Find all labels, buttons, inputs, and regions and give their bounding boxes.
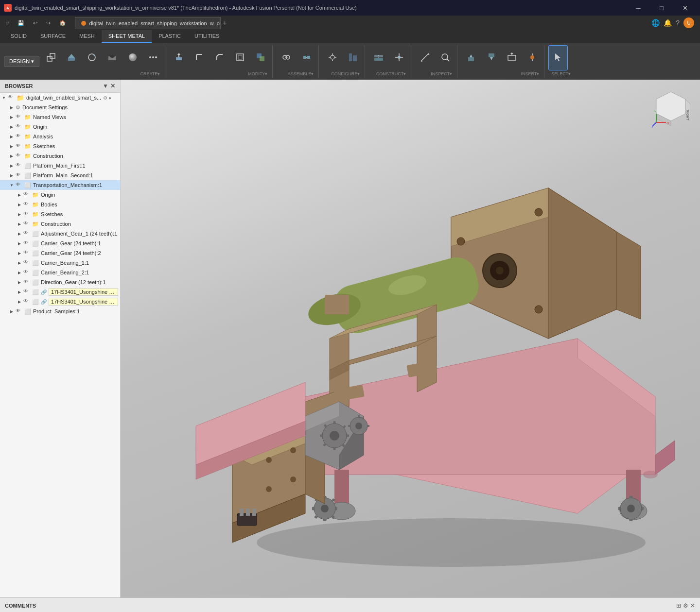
tree-origin[interactable]: ▶ 👁 📁 Origin xyxy=(0,122,120,132)
hamburger-menu[interactable]: ≡ xyxy=(2,18,13,28)
tree-adjustment-gear[interactable]: ▶ 👁 ⬜ Adjustment_Gear_1 (24 teeth):1 xyxy=(0,229,120,238)
root-extra-icon[interactable]: ● xyxy=(108,95,111,101)
shell-button[interactable] xyxy=(230,45,250,70)
eye-icon-platform-first[interactable]: 👁 xyxy=(16,162,22,169)
inspect-btn2[interactable] xyxy=(436,45,455,70)
tree-carrier-bearing-2[interactable]: ▶ 👁 ⬜ Carrier_Bearing_2:1 xyxy=(0,268,120,277)
tab-plastic[interactable]: PLASTIC xyxy=(152,30,188,43)
eye-icon-17hs-1[interactable]: 👁 xyxy=(23,289,30,295)
tree-17hs-1[interactable]: ▶ 👁 ⬜ 🔗 17HS3401_Usongshine v... xyxy=(0,287,120,297)
tree-document-settings[interactable]: ▶ ⚙ Document Settings xyxy=(0,102,120,112)
menubar: ≡ 💾 ↩ ↪ 🏠 digital_twin_enabled_smart_shi… xyxy=(0,16,700,30)
active-tab[interactable]: digital_twin_enabled_smart_shipping_work… xyxy=(75,17,221,29)
select-button[interactable] xyxy=(548,45,568,70)
online-status-icon[interactable]: 🌐 xyxy=(651,19,660,27)
tree-platform-main-first[interactable]: ▶ 👁 ⬜ Platform_Main_First:1 xyxy=(0,161,120,170)
eye-icon-root[interactable]: 👁 xyxy=(8,94,15,101)
comments-settings-button[interactable]: ⚙ xyxy=(683,602,688,609)
offset-plane-button[interactable] xyxy=(369,45,388,70)
combine-button[interactable] xyxy=(251,45,270,70)
home-button[interactable]: 🏠 xyxy=(55,18,70,28)
new-component-button[interactable] xyxy=(41,45,61,70)
tree-transportation-mechanism[interactable]: ▼ 👁 ⬜ Transportation_Mechanism:1 xyxy=(0,180,120,190)
save-button[interactable]: 💾 xyxy=(14,18,28,28)
tree-carrier-gear-2[interactable]: ▶ 👁 ⬜ Carrier_Gear (24 teeth):2 xyxy=(0,248,120,258)
eye-icon-origin[interactable]: 👁 xyxy=(16,123,22,130)
sphere-button[interactable] xyxy=(123,45,142,70)
root-settings-icon[interactable]: ⚙ xyxy=(103,95,107,101)
maximize-button[interactable]: □ xyxy=(650,0,673,16)
insert-btn1[interactable] xyxy=(461,45,481,70)
tree-product-samples[interactable]: ▶ 👁 ⬜ Product_Samples:1 xyxy=(0,306,120,316)
measure-button[interactable] xyxy=(415,45,435,70)
insert-btn2[interactable] xyxy=(482,45,501,70)
tree-sketches[interactable]: ▶ 👁 📁 Sketches xyxy=(0,141,120,151)
eye-icon-sketches[interactable]: 👁 xyxy=(16,143,22,150)
tree-analysis[interactable]: ▶ 👁 📁 Analysis xyxy=(0,132,120,141)
tab-sheet-metal[interactable]: SHEET METAL xyxy=(102,30,152,43)
press-pull-button[interactable] xyxy=(169,45,189,70)
eye-icon-transport-construction[interactable]: 👁 xyxy=(23,221,30,227)
notifications-icon[interactable]: 🔔 xyxy=(664,19,672,27)
eye-icon-bodies[interactable]: 👁 xyxy=(23,201,30,208)
user-avatar[interactable]: U xyxy=(683,17,694,28)
tab-mesh[interactable]: MESH xyxy=(72,30,102,43)
extrude-button[interactable] xyxy=(62,45,81,70)
eye-icon-transport[interactable]: 👁 xyxy=(16,182,22,188)
tree-transport-sketches[interactable]: ▶ 👁 📁 Sketches xyxy=(0,209,120,219)
revolve-button[interactable] xyxy=(82,45,102,70)
tree-platform-main-second[interactable]: ▶ 👁 ⬜ Platform_Main_Second:1 xyxy=(0,170,120,180)
viewport[interactable]: RIGHT X Y Z xyxy=(121,80,700,597)
tab-utilities[interactable]: UTILITIES xyxy=(188,30,226,43)
configure-btn2[interactable] xyxy=(343,45,363,70)
configure-btn1[interactable] xyxy=(323,45,342,70)
eye-icon-platform-second[interactable]: 👁 xyxy=(16,172,22,179)
eye-icon-named-views[interactable]: 👁 xyxy=(16,114,22,120)
eye-icon-product-samples[interactable]: 👁 xyxy=(16,308,22,315)
comments-expand-button[interactable]: ⊞ xyxy=(676,602,681,609)
add-tab-button[interactable]: + xyxy=(223,19,227,27)
eye-icon-direction-gear[interactable]: 👁 xyxy=(23,279,30,286)
tree-construction-1[interactable]: ▶ 👁 📁 Construction xyxy=(0,151,120,161)
tree-bodies[interactable]: ▶ 👁 📁 Bodies xyxy=(0,200,120,209)
comments-close-button[interactable]: ✕ xyxy=(690,602,695,609)
insert-btn3[interactable] xyxy=(502,45,522,70)
fillet-button[interactable] xyxy=(190,45,209,70)
eye-icon-carrier-bearing-2[interactable]: 👁 xyxy=(23,269,30,276)
tree-transport-origin[interactable]: ▶ 👁 📁 Origin xyxy=(0,190,120,200)
undo-button[interactable]: ↩ xyxy=(29,18,41,28)
tab-surface[interactable]: SURFACE xyxy=(34,30,72,43)
tree-root-item[interactable]: ▼ 👁 📁 digital_twin_enabled_smart_s... ⚙ … xyxy=(0,93,120,102)
tree-named-views[interactable]: ▶ 👁 📁 Named Views xyxy=(0,112,120,122)
browser-collapse-button[interactable]: ▼ xyxy=(103,83,108,89)
redo-button[interactable]: ↪ xyxy=(42,18,54,28)
as-built-joint-button[interactable] xyxy=(297,45,316,70)
tree-direction-gear[interactable]: ▶ 👁 ⬜ Direction_Gear (12 teeth):1 xyxy=(0,277,120,287)
tab-solid[interactable]: SOLID xyxy=(4,30,34,43)
chamfer-button[interactable] xyxy=(210,45,229,70)
hole-button[interactable] xyxy=(103,45,122,70)
eye-icon-carrier-bearing-1[interactable]: 👁 xyxy=(23,259,30,266)
construct-btn2[interactable] xyxy=(389,45,409,70)
eye-icon-transport-origin[interactable]: 👁 xyxy=(23,191,30,198)
eye-icon-carrier-gear-1[interactable]: 👁 xyxy=(23,240,30,247)
tree-transport-construction[interactable]: ▶ 👁 📁 Construction xyxy=(0,219,120,229)
more-create-button[interactable] xyxy=(143,45,163,70)
joint-button[interactable] xyxy=(277,45,296,70)
insert-btn4[interactable] xyxy=(523,45,542,70)
eye-icon-carrier-gear-2[interactable]: 👁 xyxy=(23,250,30,256)
browser-settings-button[interactable]: ✕ xyxy=(110,83,115,89)
help-icon[interactable]: ? xyxy=(676,19,680,27)
eye-icon-17hs-2[interactable]: 👁 xyxy=(23,298,30,305)
eye-icon-construction-1[interactable]: 👁 xyxy=(16,153,22,159)
eye-icon-transport-sketches[interactable]: 👁 xyxy=(23,211,30,218)
tree-17hs-2[interactable]: ▶ 👁 ⬜ 🔗 17HS3401_Usongshine v... xyxy=(0,297,120,306)
eye-icon-adj-gear[interactable]: 👁 xyxy=(23,230,30,237)
close-button[interactable]: ✕ xyxy=(674,0,696,16)
minimize-button[interactable]: ─ xyxy=(627,0,649,16)
design-dropdown[interactable]: DESIGN ▾ xyxy=(4,56,39,67)
eye-icon-analysis[interactable]: 👁 xyxy=(16,133,22,140)
view-cube[interactable]: RIGHT X Y Z xyxy=(651,89,690,128)
tree-carrier-gear-1[interactable]: ▶ 👁 ⬜ Carrier_Gear (24 teeth):1 xyxy=(0,238,120,248)
tree-carrier-bearing-1[interactable]: ▶ 👁 ⬜ Carrier_Bearing_1:1 xyxy=(0,258,120,268)
